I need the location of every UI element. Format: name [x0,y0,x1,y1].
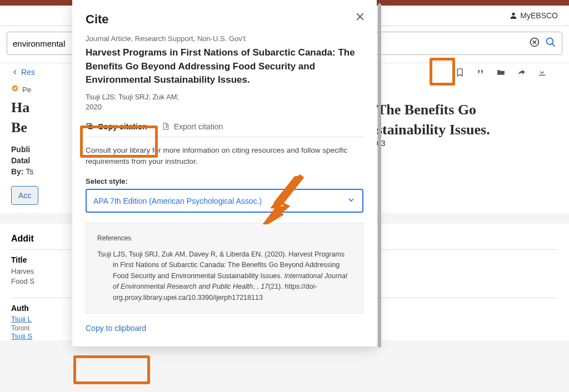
record-toolbar [455,68,547,79]
download-icon[interactable] [537,68,547,79]
tab-label: Copy citation [98,122,147,131]
citation-preview: References Tsuji LJS, Tsuji SRJ, Zuk AM,… [86,223,363,313]
modal-title: Cite [86,12,363,27]
cite-tabs: Copy citation Export citation [86,122,363,137]
badge-text: Pe [22,86,31,94]
check-badge-icon [11,84,19,94]
cite-modal: Cite Journal Article, Research Support, … [72,0,377,346]
citation-text: Tsuji LJS, Tsuji SRJ, Zuk AM, Davey R, &… [97,249,352,303]
close-icon[interactable] [355,11,366,26]
article-type: Journal Article, Research Support, Non-U… [86,34,363,43]
cite-icon[interactable] [476,68,485,79]
folder-icon[interactable] [496,68,506,79]
svg-point-2 [547,38,553,45]
citation-style-select[interactable]: APA 7th Edition (American Psychological … [86,189,363,213]
user-label: MyEBSCO [520,11,558,20]
share-icon[interactable] [517,68,526,79]
article-year: 2020 [86,103,363,111]
back-link[interactable]: Res [11,63,35,81]
user-menu[interactable]: MyEBSCO [509,11,558,20]
back-label: Res [21,68,35,77]
annotation-highlight-copy-clipboard [73,355,150,384]
copy-to-clipboard-link[interactable]: Copy to clipboard [86,324,146,333]
svg-rect-4 [88,125,93,129]
select-style-label: Select style: [86,177,363,185]
clear-icon[interactable] [530,37,540,49]
record-title-right: The Benefits Go stainability Issues. [377,100,552,140]
tab-export-citation[interactable]: Export citation [162,122,223,131]
helper-text: Consult your library for more informatio… [86,145,363,168]
search-icon[interactable] [545,37,556,50]
selected-style: APA 7th Edition (American Psychological … [93,197,262,205]
chevron-down-icon [347,195,356,206]
export-icon [162,122,170,130]
article-authors: Tsuji LJS; Tsuji SRJ; Zuk AM; [86,93,363,101]
bookmark-icon[interactable] [455,68,465,79]
access-options-button[interactable]: Acc [11,186,38,205]
svg-point-0 [512,13,515,16]
arrow-left-icon [11,68,19,76]
article-title: Harvest Programs in First Nations of Sub… [86,46,363,87]
tab-copy-citation[interactable]: Copy citation [86,122,147,131]
copy-icon [86,122,94,130]
tab-label: Export citation [174,122,223,131]
references-heading: References [97,233,352,244]
user-icon [509,11,518,20]
